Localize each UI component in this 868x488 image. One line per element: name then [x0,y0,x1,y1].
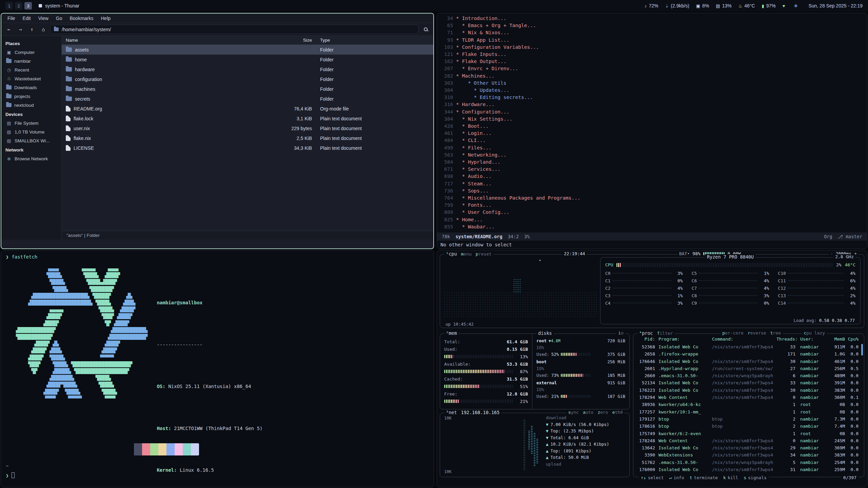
sidebar-place-item[interactable]: projects [1,92,61,101]
home-button[interactable]: ⌂ [39,25,48,34]
keybinding[interactable]: tterminate [690,475,718,480]
column-name[interactable]: Name [62,38,264,43]
tray-item[interactable]: ▣ 8% [696,3,709,8]
process-row[interactable]: 2601 .Hyprland-wrapp /run/current-system… [637,365,861,372]
file-row[interactable]: home Folder [62,55,433,64]
tray-item[interactable]: ❄ [794,3,800,8]
search-button[interactable] [420,25,431,34]
file-row[interactable]: flake.lock 3,1 KiB Plain text document [62,114,433,123]
menu-item[interactable]: Edit [19,15,34,22]
emacs-outline-line: 764 * Miscellaneous Packages and Program… [440,195,864,202]
sidebar-place-item[interactable]: nambiar [1,57,61,65]
process-row[interactable]: 178248 Web Content /nix/store/sm8fnrf3wp… [637,437,861,444]
tray-item[interactable]: Sun, 28 Sep 2025 - 22:19 [806,3,863,8]
tray-item[interactable]: ▤ 13% [716,3,731,8]
proc-options[interactable]: per-core reverse tree [721,330,783,336]
tray-value: 8% [702,3,709,8]
keybinding[interactable]: ↑↓select [641,475,664,480]
process-row[interactable]: 13642 Isolated Web Co /nix/store/sm8fnrf… [637,444,861,451]
workspace-button[interactable]: 3 [24,2,32,9]
process-threads: 31 [776,466,795,473]
process-cpu: 0.0 [845,379,861,386]
tray-item[interactable]: ♪ 72% [645,3,658,8]
process-row[interactable]: 176000 Isolated Web Co /nix/store/sm8fnr… [637,466,861,473]
menu-item[interactable]: Help [98,15,114,22]
file-row[interactable]: hardware Folder [62,64,433,74]
core-label: C1 [605,278,611,283]
filter-button[interactable]: filter [657,331,673,336]
workspace-button[interactable]: 2 [15,2,22,9]
column-type[interactable]: Type [318,38,433,43]
sidebar-place-item[interactable]: Recent [1,65,61,74]
process-row[interactable]: 52368 Isolated Web Co /nix/store/sm8fnrf… [637,343,861,350]
process-row[interactable]: 179127 btop btop 2 nambiar 7.3M 0.0 [637,415,861,423]
keybinding[interactable]: ↵info [669,475,684,480]
process-threads: 1 [776,430,795,437]
process-row[interactable]: 177257 kworker/10:1-mm_ 1 root 0B 0.0 [637,408,861,415]
tray-item[interactable]: ⇣ (2.9kb/s) [665,3,689,8]
forward-button[interactable]: → [16,25,25,34]
process-row[interactable]: 52134 Isolated Web Co /nix/store/sm8fnrf… [637,379,861,386]
item-icon [6,85,12,89]
tray-item[interactable]: ♨ 46°C [738,3,755,8]
menu-item[interactable]: File [4,15,19,22]
process-row[interactable]: 175749 kworker/6:2-even 1 root 0B 0.0 [637,430,861,437]
sidebar-device-item[interactable]: 1,0 TB Volume [1,127,61,136]
buffer-name: system/README.org [455,234,502,239]
process-row[interactable]: 3390 WebExtensions /nix/store/sm8fnrf3wp… [637,451,861,459]
sidebar-place-item[interactable]: Wastebasket [1,74,61,83]
net-options[interactable]: sync auto zero eth0 [567,410,625,415]
terminal-window[interactable]: ❯ fastfetch ▗▄▄▄ ▗▄▄▄▄ ▄▄▄▖ ▜███▙ ▜███▙ … [1,250,434,487]
path-bar[interactable]: /home/nambiar/system/ [50,25,418,34]
file-row[interactable]: configuration Folder [62,74,433,84]
keybinding[interactable]: kkill [723,475,738,480]
emacs-buffer[interactable]: 34 * Introduction... 65 * Emacs + Org + … [440,15,864,232]
tray-item[interactable]: ♥ [783,3,787,8]
file-row[interactable]: user.nix 229 bytes Plain text document [62,123,433,133]
process-row[interactable]: 38936 kworker/u64:6-kc 1 root 0B 0.0 [637,401,861,408]
process-scrollbar[interactable] [861,344,863,355]
back-button[interactable]: ← [4,25,14,34]
file-row[interactable]: assets Folder [62,45,433,55]
process-row[interactable]: 51762 .emacs-31.0.50- /nix/store/wnqz5pa… [637,459,861,466]
line-number: 282 [440,73,453,80]
up-button[interactable]: ↑ [27,25,37,34]
org-heading: * Configuration... [456,109,509,115]
keybinding[interactable]: ssignals [744,475,767,480]
sort-selector[interactable]: cpu lazy [802,330,827,336]
disk-size: 915 GiB [607,380,625,385]
process-cpu: 0.0 [845,350,861,358]
file-row[interactable]: LICENSE 34,3 KiB Plain text document [62,143,433,153]
sidebar-place-item[interactable]: Computer [1,48,61,57]
process-row[interactable]: 176646 Isolated Web Co /nix/store/sm8fnr… [637,358,861,365]
shell-prompt-current[interactable]: ❯ [6,472,15,478]
file-row[interactable]: flake.nix 2,5 KiB Plain text document [62,133,433,143]
tray-item[interactable]: ▮ 97% [762,3,776,8]
process-row[interactable]: 178616 btop btop 2 nambiar 7.4M 0.0 [637,423,861,430]
menu-button[interactable]: menu [461,251,472,257]
sidebar-place-item[interactable]: Downloads [1,83,61,92]
column-size[interactable]: Size [264,38,318,43]
process-memory: 383M [825,387,845,394]
sidebar-network-item[interactable]: Browse Network [1,154,61,163]
file-row[interactable]: secrets Folder [62,94,433,104]
process-row[interactable]: 2660 .emacs-31.0.50- /nix/store/wnqz5pa8… [637,372,861,379]
file-row[interactable]: machines Folder [62,84,433,94]
sidebar-device-item[interactable]: SMALLBOX Wi... [1,136,61,145]
menu-item[interactable]: View [35,15,52,22]
menu-item[interactable]: Go [53,15,66,22]
mem-available: 53.3 GiB [507,362,528,367]
file-row[interactable]: README.org 76,4 KiB Org-mode file [62,104,433,114]
menu-item[interactable]: Bookmarks [66,15,97,22]
process-threads: 27 [776,365,795,372]
process-row[interactable]: 176223 Isolated Web Co /nix/store/sm8fnr… [637,387,861,394]
process-row[interactable]: 178294 Web Content /nix/store/sm8fnrf3wp… [637,394,861,401]
core-label: C10 [778,271,786,276]
workspace-button[interactable]: 1 [5,2,13,9]
info-label: Kernel: [157,467,177,473]
preset-button[interactable]: preset [476,251,492,257]
sidebar-device-item[interactable]: File System [1,119,61,127]
process-row[interactable]: 2658 .firefox-wrappe 171 nambiar 1.0G 0.… [637,350,861,358]
process-command: /nix/store/sm8fnrf3wps4 [712,379,776,386]
sidebar-place-item[interactable]: nextcloud [1,101,61,109]
